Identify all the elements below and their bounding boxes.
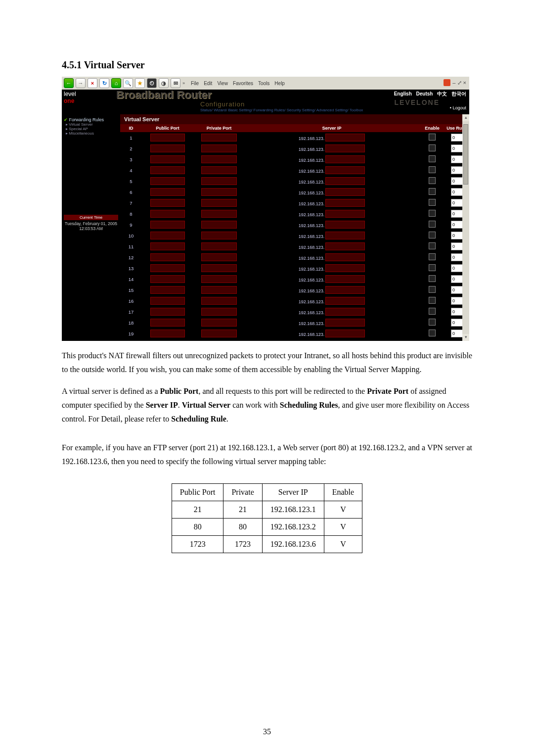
scroll-down-icon[interactable]: ▾ [462,334,469,341]
enable-checkbox[interactable] [429,155,436,162]
ip-last-octet-input[interactable] [325,242,365,250]
public-port-input[interactable] [150,199,185,207]
refresh-icon[interactable]: ↻ [99,78,109,88]
sidebar-group-forwarding[interactable]: Forwarding Rules [64,117,118,122]
public-port-input[interactable] [150,297,185,305]
public-port-input[interactable] [150,330,185,337]
public-port-input[interactable] [150,166,185,174]
home-icon[interactable]: ⌂ [111,78,121,88]
sidebar-item-misc[interactable]: Miscellaneous [66,131,118,136]
ip-last-octet-input[interactable] [325,134,365,142]
menu-edit[interactable]: Edit [204,81,212,86]
media-icon[interactable]: ◑ [159,78,169,88]
window-controls[interactable]: – ⤢ × [452,80,466,86]
public-port-input[interactable] [150,264,185,272]
forward-icon[interactable]: → [76,78,86,88]
back-icon[interactable]: ← [64,78,74,88]
enable-checkbox[interactable] [429,144,436,151]
enable-checkbox[interactable] [429,308,436,315]
ip-last-octet-input[interactable] [325,232,365,239]
scrollbar[interactable]: ▴ ▾ [462,114,469,341]
enable-checkbox[interactable] [429,221,436,228]
mail-icon[interactable]: ✉ [171,78,180,88]
public-port-input[interactable] [150,232,185,239]
enable-checkbox[interactable] [429,286,436,293]
public-port-input[interactable] [150,319,185,327]
private-port-input[interactable] [201,297,237,305]
ip-last-octet-input[interactable] [325,144,365,152]
private-port-input[interactable] [201,308,237,316]
stop-icon[interactable]: × [88,78,97,88]
ip-last-octet-input[interactable] [325,330,365,337]
public-port-input[interactable] [150,177,185,185]
private-port-input[interactable] [201,210,237,218]
enable-checkbox[interactable] [429,319,436,326]
private-port-input[interactable] [201,199,237,207]
ip-last-octet-input[interactable] [325,253,365,261]
private-port-input[interactable] [201,264,237,272]
enable-checkbox[interactable] [429,177,436,184]
ip-last-octet-input[interactable] [325,275,365,283]
lang-zh[interactable]: 中文 [437,91,447,97]
private-port-input[interactable] [201,275,237,283]
scroll-up-icon[interactable]: ▴ [462,114,469,121]
favorites-icon[interactable]: ★ [135,78,145,88]
ip-last-octet-input[interactable] [325,221,365,229]
menu-tools[interactable]: Tools [258,81,269,86]
menu-view[interactable]: View [217,81,228,86]
menu-help[interactable]: Help [274,81,285,86]
enable-checkbox[interactable] [429,210,436,217]
private-port-input[interactable] [201,253,237,261]
ip-last-octet-input[interactable] [325,319,365,327]
logout-link[interactable]: • Logout [450,105,466,110]
enable-checkbox[interactable] [429,242,436,249]
private-port-input[interactable] [201,286,237,294]
private-port-input[interactable] [201,330,237,337]
private-port-input[interactable] [201,242,237,250]
sidebar-item-virtual-server[interactable]: Virtual Server [66,122,118,127]
public-port-input[interactable] [150,210,185,218]
enable-checkbox[interactable] [429,264,436,271]
enable-checkbox[interactable] [429,330,436,336]
private-port-input[interactable] [201,319,237,327]
public-port-input[interactable] [150,221,185,229]
lang-en[interactable]: English [394,91,412,96]
lang-de[interactable]: Deutsh [416,91,433,96]
ip-last-octet-input[interactable] [325,155,365,163]
enable-checkbox[interactable] [429,253,436,260]
enable-checkbox[interactable] [429,134,436,141]
enable-checkbox[interactable] [429,232,436,238]
browser-menu[interactable]: File Edit View Favorites Tools Help [191,81,285,86]
enable-checkbox[interactable] [429,199,436,206]
breadcrumb[interactable]: Status/ Wizard/ Basic Setting/ Forwardin… [200,108,363,112]
private-port-input[interactable] [201,134,237,142]
enable-checkbox[interactable] [429,297,436,304]
private-port-input[interactable] [201,188,237,196]
private-port-input[interactable] [201,232,237,239]
ip-last-octet-input[interactable] [325,166,365,174]
public-port-input[interactable] [150,275,185,283]
public-port-input[interactable] [150,144,185,152]
private-port-input[interactable] [201,221,237,229]
search-icon[interactable]: 🔍 [123,78,133,88]
menu-file[interactable]: File [191,81,199,86]
enable-checkbox[interactable] [429,188,436,195]
enable-checkbox[interactable] [429,166,436,173]
public-port-input[interactable] [150,155,185,163]
sidebar-item-special-ap[interactable]: Special AP [66,127,118,131]
public-port-input[interactable] [150,286,185,294]
ip-last-octet-input[interactable] [325,264,365,272]
ip-last-octet-input[interactable] [325,210,365,218]
ip-last-octet-input[interactable] [325,286,365,294]
private-port-input[interactable] [201,177,237,185]
ip-last-octet-input[interactable] [325,177,365,185]
public-port-input[interactable] [150,134,185,142]
public-port-input[interactable] [150,242,185,250]
ip-last-octet-input[interactable] [325,308,365,316]
ip-last-octet-input[interactable] [325,199,365,207]
private-port-input[interactable] [201,144,237,152]
ip-last-octet-input[interactable] [325,297,365,305]
public-port-input[interactable] [150,188,185,196]
language-switcher[interactable]: English Deutsh 中文 한국어 [391,91,466,97]
history-icon[interactable]: ⏲ [147,78,157,88]
